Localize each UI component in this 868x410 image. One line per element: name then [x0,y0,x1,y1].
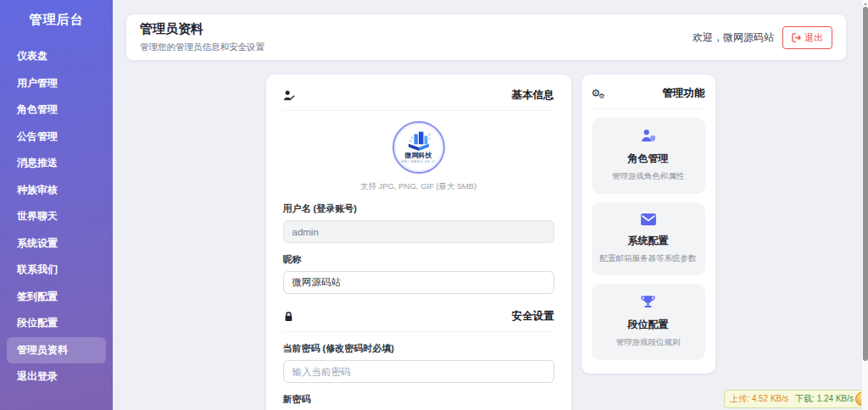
page-scrollbar[interactable]: ▲ [861,0,868,410]
security-title: 安全设置 [512,309,554,324]
sidebar-item-rank-config[interactable]: 段位配置 [7,310,106,337]
func-title: 系统配置 [598,234,698,248]
scrollbar-thumb[interactable] [863,7,868,361]
gears-icon: ⚙⚙ [592,88,605,100]
trophy-icon [641,295,655,309]
basic-info-section-head: 基本信息 [283,88,554,111]
download-speed: 下载: 1.24 KB/s [795,394,854,403]
func-desc: 管理游戏段位规则 [598,336,698,349]
welcome-text: 欢迎，微网源码站 [693,30,774,45]
header-right: 欢迎，微网源码站 退出 [693,26,832,49]
functions-title: 管理功能 [663,86,705,101]
func-item-rank-config[interactable]: 段位配置 管理游戏段位规则 [592,284,705,360]
sidebar-item-dashboard[interactable]: 仪表盘 [7,43,106,70]
main-content: 管理员资料 管理您的管理员信息和安全设置 欢迎，微网源码站 退出 基本信息 [113,0,868,410]
new-password-label: 新密码 [283,393,554,406]
cards-row: 基本信息 [113,75,868,410]
basic-info-title: 基本信息 [512,88,554,102]
sidebar-item-admin-profile[interactable]: 管理员资料 [7,337,106,364]
sidebar-item-push[interactable]: 消息推送 [7,150,106,177]
logo-subtitle: WEI WANG KE JI [401,159,435,163]
upload-speed: 上传: 4.52 KB/s [730,394,788,403]
logout-label: 退出 [804,31,823,44]
lock-icon [283,311,294,322]
func-title: 角色管理 [598,152,698,166]
user-edit-icon [283,90,295,102]
company-logo-icon [406,131,431,152]
admin-functions-card: ⚙⚙ 管理功能 角色管理 管理游戏角色和属性 系统配置 配置邮箱服务器等系统参数 [581,75,715,374]
func-desc: 管理游戏角色和属性 [598,170,698,183]
sidebar-item-contact[interactable]: 联系我们 [7,257,106,284]
functions-section-head: ⚙⚙ 管理功能 [592,86,705,109]
func-desc: 配置邮箱服务器等系统参数 [598,252,698,265]
sidebar: 管理后台 仪表盘 用户管理 角色管理 公告管理 消息推送 种族审核 世界聊天 系… [0,0,113,410]
sidebar-item-logout[interactable]: 退出登录 [7,363,106,391]
sidebar-item-world-chat[interactable]: 世界聊天 [7,203,106,230]
app-brand: 管理后台 [0,0,113,35]
username-input[interactable] [283,220,554,243]
page-title: 管理员资料 [140,21,264,37]
func-title: 段位配置 [598,318,698,332]
logout-icon [792,33,801,42]
avatar[interactable]: 微网科技 WEI WANG KE JI [392,121,445,174]
sidebar-item-system-settings[interactable]: 系统设置 [7,230,106,258]
scrollbar-up-arrow[interactable]: ▲ [863,1,868,6]
avatar-upload-hint: 支持 JPG, PNG, GIF (最大 5MB) [283,181,554,192]
mail-icon [641,213,656,225]
func-item-role-management[interactable]: 角色管理 管理游戏角色和属性 [592,118,705,194]
sidebar-item-roles[interactable]: 角色管理 [7,97,106,124]
sidebar-nav: 仪表盘 用户管理 角色管理 公告管理 消息推送 种族审核 世界聊天 系统设置 联… [0,43,113,391]
sidebar-item-checkin-config[interactable]: 签到配置 [7,284,106,311]
nickname-label: 昵称 [283,253,554,266]
page-subtitle: 管理您的管理员信息和安全设置 [140,42,264,53]
user-shield-icon [641,129,656,143]
profile-card: 基本信息 [266,75,571,410]
security-section-head: 安全设置 [283,309,554,332]
logout-button[interactable]: 退出 [782,26,832,49]
sidebar-item-users[interactable]: 用户管理 [7,70,106,97]
sidebar-item-race-review[interactable]: 种族审核 [7,177,106,204]
sidebar-item-announcements[interactable]: 公告管理 [7,124,106,151]
username-label: 用户名 (登录账号) [283,202,554,215]
current-password-input[interactable] [283,360,554,383]
page-header: 管理员资料 管理您的管理员信息和安全设置 欢迎，微网源码站 退出 [126,14,846,60]
page-header-text: 管理员资料 管理您的管理员信息和安全设置 [140,21,264,53]
network-monitor-badge: 上传: 4.52 KB/s下载: 1.24 KB/s [724,390,868,408]
func-item-system-config[interactable]: 系统配置 配置邮箱服务器等系统参数 [592,202,705,276]
logo-title: 微网科技 [405,152,432,160]
avatar-area: 微网科技 WEI WANG KE JI 支持 JPG, PNG, GIF (最大… [283,111,554,192]
current-password-label: 当前密码 (修改密码时必填) [283,342,554,355]
nickname-input[interactable] [283,271,554,294]
